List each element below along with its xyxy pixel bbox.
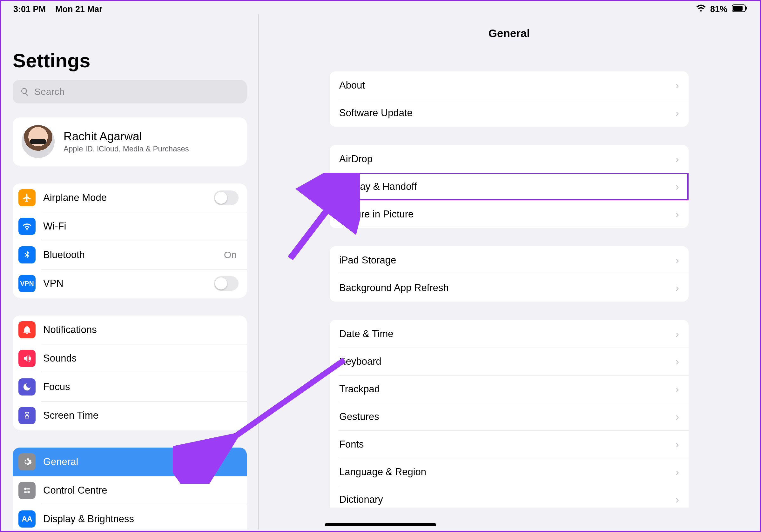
sidebar-group-general: GeneralControl CentreAADisplay & Brightn… (13, 448, 247, 529)
detail-row-software-update[interactable]: Software Update› (330, 99, 689, 127)
status-date: Mon 21 Mar (55, 4, 103, 14)
battery-icon (732, 4, 748, 14)
profile-name: Rachit Agarwal (64, 130, 189, 143)
avatar (22, 125, 55, 158)
wifi-icon (696, 4, 706, 14)
chevron-right-icon: › (675, 282, 679, 294)
sidebar-item-controlcentre[interactable]: Control Centre (13, 476, 247, 505)
airplane-toggle[interactable] (214, 190, 239, 205)
detail-row-label: iPad Storage (339, 255, 396, 266)
bluetooth-icon (19, 246, 35, 263)
detail-row-label: Software Update (339, 107, 413, 119)
sidebar-item-label: Focus (43, 381, 239, 393)
detail-row-picture-in-picture[interactable]: Picture in Picture› (330, 200, 689, 228)
detail-row-trackpad[interactable]: Trackpad› (330, 375, 689, 403)
settings-sidebar: Settings Search Rachit Agarwal Apple ID,… (1, 14, 259, 529)
sidebar-item-label: Screen Time (43, 410, 239, 421)
detail-row-label: AirPlay & Handoff (339, 181, 417, 192)
chevron-right-icon: › (675, 208, 679, 220)
speaker-icon (19, 350, 35, 367)
detail-row-dictionary[interactable]: Dictionary› (330, 486, 689, 507)
detail-row-label: AirDrop (339, 153, 373, 165)
chevron-right-icon: › (675, 466, 679, 478)
svg-rect-6 (24, 491, 27, 493)
wifi-icon (19, 218, 35, 235)
detail-row-label: Gestures (339, 411, 379, 422)
detail-row-airdrop[interactable]: AirDrop› (330, 145, 689, 173)
sidebar-item-general[interactable]: General (13, 448, 247, 476)
detail-row-gestures[interactable]: Gestures› (330, 403, 689, 430)
detail-row-fonts[interactable]: Fonts› (330, 430, 689, 458)
svg-point-5 (27, 491, 30, 493)
svg-point-3 (24, 488, 27, 490)
detail-row-background-app-refresh[interactable]: Background App Refresh› (330, 274, 689, 301)
sidebar-item-label: Control Centre (43, 485, 239, 496)
chevron-right-icon: › (675, 153, 679, 165)
sidebar-item-label: Wi-Fi (43, 221, 229, 232)
chevron-right-icon: › (675, 180, 679, 193)
page-title: Settings (13, 49, 247, 72)
sidebar-item-sounds[interactable]: Sounds (13, 344, 247, 373)
chevron-right-icon: › (675, 410, 679, 423)
chevron-right-icon: › (675, 328, 679, 340)
sidebar-item-wifi[interactable]: Wi-Fi (13, 212, 247, 240)
status-time: 3:01 PM (13, 4, 46, 14)
vpn-icon: VPN (19, 275, 35, 292)
sidebar-item-label: General (43, 456, 239, 467)
detail-row-label: Keyboard (339, 356, 381, 367)
chevron-right-icon: › (675, 254, 679, 266)
svg-rect-1 (733, 6, 742, 11)
svg-rect-4 (27, 488, 30, 490)
gear-icon (19, 453, 35, 470)
sidebar-item-notifications[interactable]: Notifications (13, 315, 247, 344)
chevron-right-icon: › (675, 493, 679, 505)
sidebar-item-label: Airplane Mode (43, 192, 206, 203)
detail-row-label: Dictionary (339, 494, 383, 505)
home-indicator (325, 523, 436, 526)
sidebar-item-bluetooth[interactable]: BluetoothOn (13, 240, 247, 269)
detail-group-3: Date & Time›Keyboard›Trackpad›Gestures›F… (330, 320, 689, 507)
detail-row-airplay-handoff[interactable]: AirPlay & Handoff› (330, 173, 689, 200)
sidebar-item-label: Bluetooth (43, 249, 216, 261)
hourglass-icon (19, 407, 35, 424)
profile-subtitle: Apple ID, iCloud, Media & Purchases (64, 144, 189, 153)
detail-row-ipad-storage[interactable]: iPad Storage› (330, 246, 689, 274)
sidebar-item-vpn[interactable]: VPNVPN (13, 269, 247, 298)
detail-row-keyboard[interactable]: Keyboard› (330, 347, 689, 375)
search-placeholder: Search (34, 86, 65, 97)
detail-group-2: iPad Storage›Background App Refresh› (330, 246, 689, 301)
bluetooth-value: On (224, 249, 237, 260)
detail-row-language-region[interactable]: Language & Region› (330, 458, 689, 486)
search-icon (20, 87, 29, 96)
search-input[interactable]: Search (13, 80, 247, 103)
sidebar-item-display[interactable]: AADisplay & Brightness (13, 505, 247, 529)
moon-icon (19, 378, 35, 396)
sidebar-item-airplane[interactable]: Airplane Mode (13, 184, 247, 212)
vpn-toggle[interactable] (214, 276, 239, 291)
status-bar: 3:01 PM Mon 21 Mar 81% (1, 1, 760, 14)
switches-icon (19, 482, 35, 499)
chevron-right-icon: › (675, 383, 679, 395)
sidebar-item-label: VPN (43, 278, 206, 289)
detail-row-label: Picture in Picture (339, 209, 414, 220)
chevron-right-icon: › (675, 355, 679, 368)
detail-row-about[interactable]: About› (330, 72, 689, 99)
detail-pane: General About›Software Update›AirDrop›Ai… (259, 14, 760, 529)
sidebar-group-alerts: NotificationsSoundsFocusScreen Time (13, 315, 247, 430)
sidebar-item-focus[interactable]: Focus (13, 373, 247, 401)
detail-row-label: Background App Refresh (339, 282, 449, 293)
chevron-right-icon: › (675, 79, 679, 91)
chevron-right-icon: › (675, 438, 679, 451)
detail-row-date-time[interactable]: Date & Time› (330, 320, 689, 347)
bell-icon (19, 321, 35, 338)
airplane-icon (19, 189, 35, 206)
battery-percentage: 81% (710, 4, 727, 14)
detail-row-label: About (339, 80, 365, 91)
sidebar-item-screentime[interactable]: Screen Time (13, 401, 247, 430)
detail-row-label: Date & Time (339, 328, 393, 340)
detail-row-label: Trackpad (339, 384, 380, 395)
detail-row-label: Language & Region (339, 466, 426, 478)
detail-title: General (259, 27, 760, 40)
profile-card[interactable]: Rachit Agarwal Apple ID, iCloud, Media &… (13, 118, 247, 166)
svg-rect-2 (746, 7, 747, 10)
